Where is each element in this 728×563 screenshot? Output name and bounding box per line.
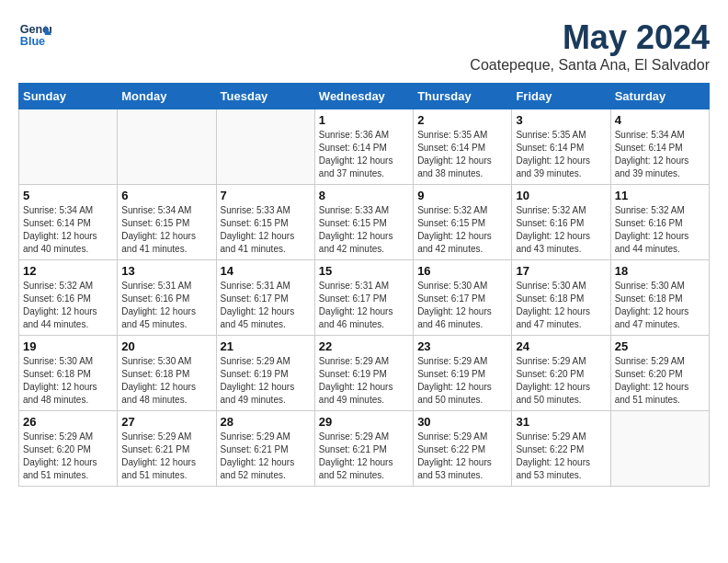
day-info: Sunrise: 5:30 AM Sunset: 6:18 PM Dayligh…	[121, 355, 211, 407]
day-number: 22	[319, 339, 409, 353]
calendar-week-row: 19Sunrise: 5:30 AM Sunset: 6:18 PM Dayli…	[19, 336, 710, 411]
calendar-cell: 4Sunrise: 5:34 AM Sunset: 6:14 PM Daylig…	[610, 109, 709, 185]
calendar-cell: 9Sunrise: 5:32 AM Sunset: 6:15 PM Daylig…	[414, 185, 512, 260]
weekday-header-row: SundayMondayTuesdayWednesdayThursdayFrid…	[19, 84, 710, 109]
weekday-header: Tuesday	[216, 84, 314, 109]
calendar-cell: 24Sunrise: 5:29 AM Sunset: 6:20 PM Dayli…	[512, 336, 610, 411]
calendar-cell: 23Sunrise: 5:29 AM Sunset: 6:19 PM Dayli…	[414, 336, 512, 411]
day-info: Sunrise: 5:30 AM Sunset: 6:18 PM Dayligh…	[516, 280, 606, 331]
day-info: Sunrise: 5:29 AM Sunset: 6:22 PM Dayligh…	[417, 431, 507, 482]
day-info: Sunrise: 5:34 AM Sunset: 6:14 PM Dayligh…	[23, 204, 113, 256]
day-info: Sunrise: 5:29 AM Sunset: 6:19 PM Dayligh…	[417, 355, 507, 407]
calendar-cell: 1Sunrise: 5:36 AM Sunset: 6:14 PM Daylig…	[314, 109, 413, 185]
calendar-week-row: 5Sunrise: 5:34 AM Sunset: 6:14 PM Daylig…	[19, 185, 710, 260]
day-info: Sunrise: 5:30 AM Sunset: 6:17 PM Dayligh…	[417, 280, 507, 331]
calendar-cell: 8Sunrise: 5:33 AM Sunset: 6:15 PM Daylig…	[314, 185, 413, 260]
calendar-cell: 27Sunrise: 5:29 AM Sunset: 6:21 PM Dayli…	[118, 411, 216, 487]
calendar-cell: 7Sunrise: 5:33 AM Sunset: 6:15 PM Daylig…	[216, 185, 314, 260]
day-number: 8	[319, 189, 409, 202]
day-number: 6	[121, 189, 211, 202]
day-number: 10	[516, 189, 606, 202]
calendar-cell: 15Sunrise: 5:31 AM Sunset: 6:17 PM Dayli…	[314, 260, 413, 336]
calendar-cell: 21Sunrise: 5:29 AM Sunset: 6:19 PM Dayli…	[216, 336, 314, 411]
day-number: 17	[516, 264, 606, 278]
calendar-cell	[118, 109, 216, 185]
calendar-cell: 28Sunrise: 5:29 AM Sunset: 6:21 PM Dayli…	[216, 411, 314, 487]
day-number: 5	[23, 189, 113, 202]
day-number: 15	[319, 264, 409, 278]
calendar-week-row: 12Sunrise: 5:32 AM Sunset: 6:16 PM Dayli…	[19, 260, 710, 336]
calendar-cell: 11Sunrise: 5:32 AM Sunset: 6:16 PM Dayli…	[610, 185, 709, 260]
calendar-week-row: 1Sunrise: 5:36 AM Sunset: 6:14 PM Daylig…	[19, 109, 710, 185]
day-info: Sunrise: 5:30 AM Sunset: 6:18 PM Dayligh…	[615, 280, 705, 331]
calendar-table: SundayMondayTuesdayWednesdayThursdayFrid…	[18, 83, 710, 487]
day-number: 11	[615, 189, 705, 202]
day-number: 23	[417, 339, 507, 353]
day-number: 3	[516, 113, 606, 127]
calendar-cell	[610, 411, 709, 487]
title-block: May 2024 Coatepeque, Santa Ana, El Salva…	[470, 18, 710, 74]
calendar-cell	[19, 109, 118, 185]
calendar-cell: 26Sunrise: 5:29 AM Sunset: 6:20 PM Dayli…	[19, 411, 118, 487]
calendar-cell: 25Sunrise: 5:29 AM Sunset: 6:20 PM Dayli…	[610, 336, 709, 411]
day-info: Sunrise: 5:32 AM Sunset: 6:16 PM Dayligh…	[23, 280, 113, 331]
day-info: Sunrise: 5:31 AM Sunset: 6:17 PM Dayligh…	[319, 280, 409, 331]
day-number: 13	[121, 264, 211, 278]
weekday-header: Thursday	[414, 84, 512, 109]
day-number: 2	[417, 113, 507, 127]
day-info: Sunrise: 5:35 AM Sunset: 6:14 PM Dayligh…	[516, 129, 606, 180]
day-info: Sunrise: 5:36 AM Sunset: 6:14 PM Dayligh…	[319, 129, 409, 180]
calendar-cell: 22Sunrise: 5:29 AM Sunset: 6:19 PM Dayli…	[314, 336, 413, 411]
day-number: 21	[221, 339, 311, 353]
day-info: Sunrise: 5:29 AM Sunset: 6:19 PM Dayligh…	[319, 355, 409, 407]
day-info: Sunrise: 5:29 AM Sunset: 6:19 PM Dayligh…	[221, 355, 311, 407]
day-number: 4	[615, 113, 705, 127]
day-number: 20	[121, 339, 211, 353]
day-info: Sunrise: 5:32 AM Sunset: 6:16 PM Dayligh…	[615, 204, 705, 256]
calendar-cell	[216, 109, 314, 185]
day-number: 9	[417, 189, 507, 202]
weekday-header: Friday	[512, 84, 610, 109]
calendar-cell: 5Sunrise: 5:34 AM Sunset: 6:14 PM Daylig…	[19, 185, 118, 260]
day-number: 31	[516, 415, 606, 429]
calendar-cell: 14Sunrise: 5:31 AM Sunset: 6:17 PM Dayli…	[216, 260, 314, 336]
day-info: Sunrise: 5:29 AM Sunset: 6:21 PM Dayligh…	[221, 431, 311, 482]
day-number: 12	[23, 264, 113, 278]
calendar-cell: 3Sunrise: 5:35 AM Sunset: 6:14 PM Daylig…	[512, 109, 610, 185]
day-number: 7	[221, 189, 311, 202]
day-number: 28	[221, 415, 311, 429]
day-info: Sunrise: 5:32 AM Sunset: 6:15 PM Dayligh…	[417, 204, 507, 256]
calendar-cell: 2Sunrise: 5:35 AM Sunset: 6:14 PM Daylig…	[414, 109, 512, 185]
day-number: 29	[319, 415, 409, 429]
calendar-cell: 30Sunrise: 5:29 AM Sunset: 6:22 PM Dayli…	[414, 411, 512, 487]
day-info: Sunrise: 5:29 AM Sunset: 6:21 PM Dayligh…	[121, 431, 211, 482]
day-info: Sunrise: 5:29 AM Sunset: 6:20 PM Dayligh…	[516, 355, 606, 407]
day-info: Sunrise: 5:33 AM Sunset: 6:15 PM Dayligh…	[319, 204, 409, 256]
weekday-header: Wednesday	[314, 84, 413, 109]
day-number: 27	[121, 415, 211, 429]
day-number: 14	[221, 264, 311, 278]
weekday-header: Monday	[118, 84, 216, 109]
logo: General Blue	[18, 18, 51, 52]
day-info: Sunrise: 5:33 AM Sunset: 6:15 PM Dayligh…	[221, 204, 311, 256]
day-info: Sunrise: 5:31 AM Sunset: 6:16 PM Dayligh…	[121, 280, 211, 331]
day-number: 19	[23, 339, 113, 353]
calendar-week-row: 26Sunrise: 5:29 AM Sunset: 6:20 PM Dayli…	[19, 411, 710, 487]
location-title: Coatepeque, Santa Ana, El Salvador	[470, 57, 710, 74]
calendar-cell: 19Sunrise: 5:30 AM Sunset: 6:18 PM Dayli…	[19, 336, 118, 411]
day-info: Sunrise: 5:30 AM Sunset: 6:18 PM Dayligh…	[23, 355, 113, 407]
day-number: 16	[417, 264, 507, 278]
calendar-cell: 6Sunrise: 5:34 AM Sunset: 6:15 PM Daylig…	[118, 185, 216, 260]
calendar-cell: 13Sunrise: 5:31 AM Sunset: 6:16 PM Dayli…	[118, 260, 216, 336]
day-number: 30	[417, 415, 507, 429]
day-number: 1	[319, 113, 409, 127]
day-info: Sunrise: 5:32 AM Sunset: 6:16 PM Dayligh…	[516, 204, 606, 256]
month-title: May 2024	[470, 18, 710, 57]
day-number: 25	[615, 339, 705, 353]
page-header: General Blue May 2024 Coatepeque, Santa …	[18, 18, 710, 74]
day-info: Sunrise: 5:29 AM Sunset: 6:20 PM Dayligh…	[615, 355, 705, 407]
calendar-cell: 16Sunrise: 5:30 AM Sunset: 6:17 PM Dayli…	[414, 260, 512, 336]
day-number: 24	[516, 339, 606, 353]
day-info: Sunrise: 5:29 AM Sunset: 6:21 PM Dayligh…	[319, 431, 409, 482]
day-number: 18	[615, 264, 705, 278]
